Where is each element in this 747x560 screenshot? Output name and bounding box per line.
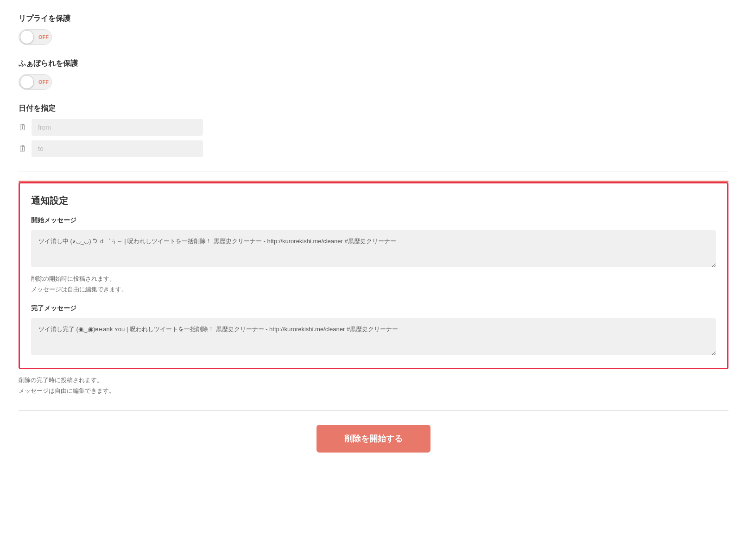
outside-hint: 削除の完了時に投稿されます。 メッセージは自由に編集できます。 [19, 375, 728, 396]
reply-protect-section: リプライを保護 OFF [19, 14, 728, 45]
page-container: リプライを保護 OFF ふぁぼられを保護 OFF 日付を指定 🗓 🗓 [0, 0, 747, 560]
start-message-hint: 削除の開始時に投稿されます。 メッセージは自由に編集できます。 [31, 273, 716, 295]
reply-protect-toggle-wrapper: OFF [19, 29, 728, 45]
toggle-off-label-2: OFF [38, 79, 49, 85]
fav-protect-toggle[interactable]: OFF [19, 74, 52, 90]
date-label: 日付を指定 [19, 104, 728, 113]
toggle-knob [20, 30, 34, 44]
calendar-icon-from: 🗓 [19, 123, 27, 132]
complete-message-label: 完了メッセージ [31, 304, 716, 313]
button-area: 削除を開始する [19, 410, 728, 466]
date-section: 日付を指定 🗓 🗓 [19, 104, 728, 157]
start-message-label: 開始メッセージ [31, 216, 716, 225]
date-from-input[interactable] [32, 119, 203, 136]
start-hint-line1: 削除の開始時に投稿されます。 [31, 275, 115, 282]
toggle-off-label: OFF [38, 34, 49, 40]
outside-hint-line2: メッセージは自由に編集できます。 [19, 387, 115, 394]
reply-protect-toggle[interactable]: OFF [19, 29, 52, 45]
fav-protect-section: ふぁぼられを保護 OFF [19, 59, 728, 90]
date-to-input[interactable] [32, 140, 203, 157]
notification-box: 通知設定 開始メッセージ ツイ消し中 (҂◡_◡) ᕤ ｄ゛ぅ～ | 呪われしツ… [19, 182, 728, 369]
outside-hint-line1: 削除の完了時に投稿されます。 [19, 377, 103, 384]
notification-title: 通知設定 [31, 195, 716, 207]
start-message-textarea[interactable]: ツイ消し中 (҂◡_◡) ᕤ ｄ゛ぅ～ | 呪われしツイートを一括削除！ 黒歴史… [31, 230, 716, 267]
date-from-row: 🗓 [19, 119, 728, 136]
fav-protect-toggle-wrapper: OFF [19, 74, 728, 90]
section-divider [19, 171, 728, 171]
date-to-row: 🗓 [19, 140, 728, 157]
calendar-icon-to: 🗓 [19, 144, 27, 154]
start-hint-line2: メッセージは自由に編集できます。 [31, 286, 127, 293]
toggle-knob-2 [20, 75, 34, 89]
reply-protect-label: リプライを保護 [19, 14, 728, 24]
complete-message-textarea[interactable]: ツイ消し完了 (◉‿◉)ʙʜank ʏou | 呪われしツイートを一括削除！ 黒… [31, 318, 716, 355]
fav-protect-label: ふぁぼられを保護 [19, 59, 728, 69]
delete-button[interactable]: 削除を開始する [317, 425, 430, 453]
